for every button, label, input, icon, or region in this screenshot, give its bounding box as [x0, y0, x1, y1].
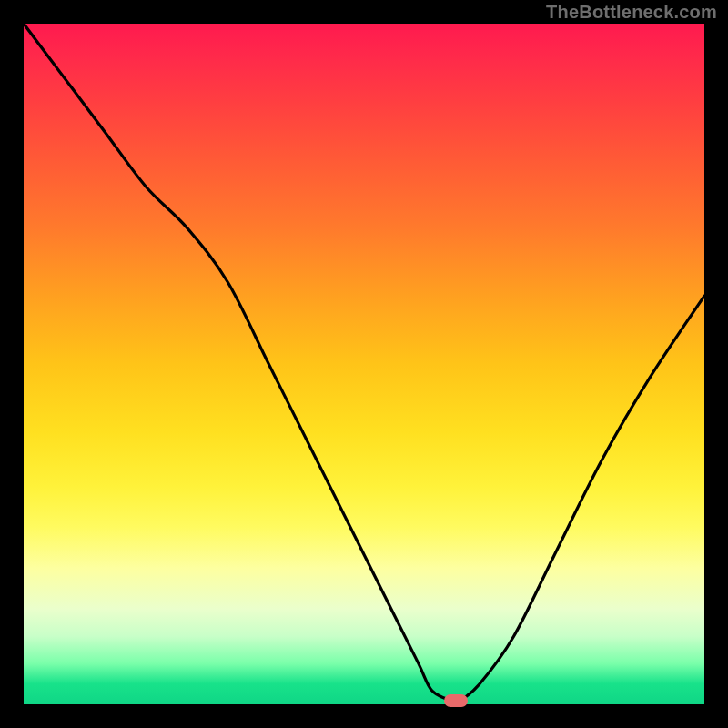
optimal-marker [444, 694, 468, 707]
bottleneck-curve [24, 24, 704, 704]
watermark-text: TheBottleneck.com [546, 2, 717, 23]
plot-area [24, 24, 704, 704]
chart-frame: TheBottleneck.com [0, 0, 728, 728]
